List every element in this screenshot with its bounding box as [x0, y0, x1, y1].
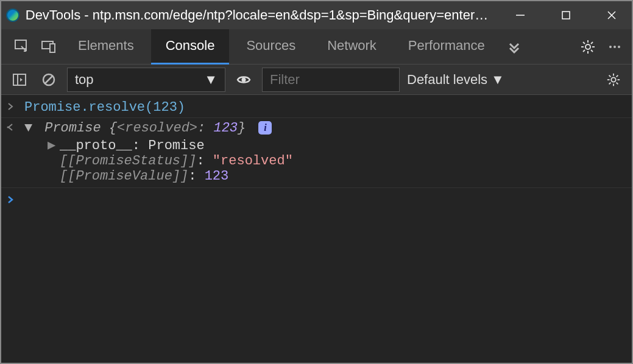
window-title: DevTools - ntp.msn.com/edge/ntp?locale=e… [26, 7, 489, 23]
svg-point-16 [609, 46, 612, 48]
filter-input[interactable] [262, 68, 400, 92]
brace-open: { [109, 121, 117, 136]
maximize-button[interactable] [546, 1, 586, 29]
tab-bar: Elements Console Sources Network Perform… [1, 29, 632, 65]
svg-line-13 [591, 50, 593, 52]
svg-point-24 [611, 77, 615, 82]
log-level-select[interactable]: Default levels ▼ [407, 72, 504, 88]
svg-line-31 [609, 82, 611, 84]
settings-icon[interactable] [576, 35, 600, 59]
svg-point-7 [585, 44, 590, 49]
svg-line-30 [617, 82, 618, 84]
console-body: Promise.resolve(123) ▼ Promise {<resolve… [1, 95, 632, 363]
titlebar: DevTools - ntp.msn.com/edge/ntp?locale=e… [1, 1, 632, 29]
resolved-sep: : [197, 121, 213, 136]
output-chevron-icon [6, 119, 24, 137]
proto-line[interactable]: ▶__proto__: Promise [6, 137, 632, 153]
svg-line-14 [583, 50, 585, 52]
console-settings-icon[interactable] [603, 69, 624, 91]
device-toggle-icon[interactable] [37, 35, 61, 59]
promise-status-line: [[PromiseStatus]]: "resolved" [6, 153, 632, 169]
context-value: top [75, 72, 94, 88]
proto-key: __proto__ [60, 138, 132, 153]
status-value: "resolved" [213, 153, 293, 169]
value-value: 123 [205, 169, 229, 184]
svg-rect-6 [50, 44, 55, 52]
log-level-label: Default levels [407, 72, 487, 88]
prompt-chevron-icon [6, 192, 24, 208]
console-sidebar-toggle-icon[interactable] [9, 69, 30, 91]
svg-line-32 [617, 75, 618, 77]
svg-rect-1 [562, 12, 570, 19]
tab-console[interactable]: Console [151, 29, 230, 65]
clear-console-icon[interactable] [38, 69, 60, 91]
more-tabs-icon[interactable] [502, 35, 526, 59]
kebab-menu-icon[interactable] [603, 35, 627, 59]
svg-point-18 [618, 46, 620, 48]
svg-line-29 [609, 75, 611, 77]
input-chevron-icon [6, 99, 24, 115]
svg-rect-4 [15, 40, 26, 49]
inspect-element-icon[interactable] [10, 35, 34, 59]
console-input-text: Promise.resolve(123) [24, 99, 185, 116]
console-result-row[interactable]: ▼ Promise {<resolved>: 123} i ▶__proto__… [1, 118, 632, 188]
svg-line-12 [583, 42, 585, 44]
promise-value-line: [[PromiseValue]]: 123 [6, 169, 632, 184]
tab-elements[interactable]: Elements [63, 29, 149, 65]
value-key: [[PromiseValue]] [60, 169, 188, 184]
status-key: [[PromiseStatus]] [60, 153, 196, 169]
svg-line-15 [591, 42, 593, 44]
context-select[interactable]: top ▼ [67, 68, 225, 92]
resolved-value: 123 [213, 121, 238, 136]
tab-performance[interactable]: Performance [394, 29, 500, 65]
tab-network[interactable]: Network [313, 29, 391, 65]
proto-value: Promise [148, 138, 204, 153]
svg-point-23 [242, 77, 246, 82]
console-toolbar: top ▼ Default levels ▼ [1, 65, 632, 95]
result-class: Promise [44, 121, 101, 136]
live-expression-icon[interactable] [233, 69, 255, 91]
info-icon[interactable]: i [258, 121, 272, 135]
console-prompt-row[interactable] [1, 188, 632, 209]
app-icon [6, 9, 19, 22]
expand-toggle-icon[interactable]: ▶ [48, 137, 56, 153]
brace-close: } [238, 121, 246, 136]
chevron-down-icon: ▼ [204, 72, 217, 88]
console-input-row[interactable]: Promise.resolve(123) [1, 97, 632, 118]
expand-toggle-icon[interactable]: ▼ [24, 121, 33, 136]
chevron-down-icon: ▼ [491, 72, 504, 88]
close-button[interactable] [592, 1, 632, 29]
svg-line-22 [45, 76, 52, 83]
svg-point-17 [614, 46, 616, 48]
minimize-button[interactable] [501, 1, 540, 29]
svg-rect-19 [13, 74, 26, 85]
resolved-key: <resolved> [117, 121, 197, 136]
tab-sources[interactable]: Sources [232, 29, 310, 65]
